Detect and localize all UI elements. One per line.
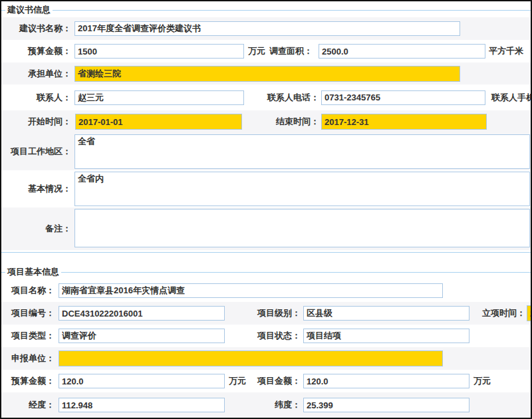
undertake-unit-row: 承担单位： [1,63,531,84]
declare-unit-label: 申报单位： [1,352,55,364]
project-type-input[interactable] [59,329,225,343]
latitude-input[interactable] [303,398,469,412]
proposal-name-row: 建议书名称： [1,17,531,40]
longitude-input[interactable] [59,398,225,412]
project-amount-label: 项目金额： [247,375,301,387]
project-status-input[interactable] [303,329,469,343]
latitude-label: 纬度： [247,399,301,411]
legend-line-right [53,10,531,11]
declare-unit-input[interactable] [59,350,443,366]
project-budget-row: 预算金额： 万元 项目金额： 万元 [1,370,531,392]
project-amount-input[interactable] [303,374,469,388]
proposal-name-label: 建议书名称： [1,23,71,35]
proposal-section: 建议书信息 建议书名称： 预算金额： 万元 调查面积： 平方千米 承担单位： 联… [1,1,531,250]
contact-input[interactable] [74,90,244,105]
work-region-row: 项目工作地区： 全省 [1,133,531,170]
start-time-input[interactable] [75,114,242,130]
project-budget-input[interactable] [59,374,225,388]
survey-area-unit: 平方千米 [489,45,523,57]
project-section-title: 项目基本信息 [5,266,61,278]
project-legend-row: 项目基本信息 [1,263,531,279]
contact-phone-label: 联系人电话： [246,92,319,104]
proposal-legend-row: 建议书信息 [1,1,531,17]
coordinate-row: 经度： 纬度： [1,392,531,418]
contact-label: 联系人： [1,92,71,104]
project-type-row: 项目类型： 项目状态： [1,325,531,347]
longitude-label: 经度： [1,399,55,411]
basic-info-label: 基本情况： [1,183,71,195]
work-region-textarea[interactable]: 全省 [74,134,530,169]
form-page: 建议书信息 建议书名称： 预算金额： 万元 调查面积： 平方千米 承担单位： 联… [0,0,532,419]
end-time-label: 结束时间： [246,116,319,128]
end-time-input[interactable] [321,114,487,130]
undertake-unit-input[interactable] [74,66,460,82]
section-gap [1,250,531,263]
project-budget-unit: 万元 [229,375,246,387]
approve-time-input[interactable] [527,305,532,321]
remark-textarea[interactable] [74,209,530,247]
project-name-label: 项目名称： [1,285,55,297]
project-amount-unit: 万元 [473,375,491,387]
project-level-label: 项目级别： [247,307,301,319]
project-name-input[interactable] [59,283,443,298]
section-divider [1,252,531,253]
remark-row: 备注： [1,208,531,250]
declare-unit-row: 申报单位： [1,347,531,370]
contact-row: 联系人： 联系人电话： 联系人手机 [1,84,531,110]
remark-label: 备注： [1,223,71,235]
project-budget-label: 预算金额： [1,375,55,387]
approve-time-label: 立项时间： [475,307,525,319]
proposal-budget-input[interactable] [74,44,244,59]
proposal-budget-row: 预算金额： 万元 调查面积： 平方千米 [1,40,531,63]
project-code-input[interactable] [59,306,225,321]
basic-info-row: 基本情况： 全省内 [1,170,531,208]
project-code-label: 项目编号： [1,307,55,319]
time-row: 开始时间： 结束时间： [1,110,531,133]
contact-phone-input[interactable] [321,90,485,105]
undertake-unit-label: 承担单位： [1,68,71,80]
project-name-row: 项目名称： [1,279,531,302]
start-time-label: 开始时间： [1,116,71,128]
project-code-row: 项目编号： 项目级别： 立项时间： [1,302,531,325]
work-region-label: 项目工作地区： [1,146,71,158]
contact-mobile-label: 联系人手机 [491,92,532,104]
survey-area-input[interactable] [319,44,485,59]
project-section: 项目基本信息 项目名称： 项目编号： 项目级别： 立项时间： 项目类型： 项目状… [1,263,531,418]
proposal-name-input[interactable] [74,21,460,36]
legend-line-right-2 [61,272,531,273]
project-level-input[interactable] [303,306,469,321]
proposal-section-title: 建议书信息 [5,4,53,16]
survey-area-label: 调查面积： [246,45,313,57]
basic-info-textarea[interactable]: 全省内 [74,172,530,206]
proposal-budget-label: 预算金额： [1,45,71,57]
project-status-label: 项目状态： [247,330,301,342]
project-type-label: 项目类型： [1,330,55,342]
